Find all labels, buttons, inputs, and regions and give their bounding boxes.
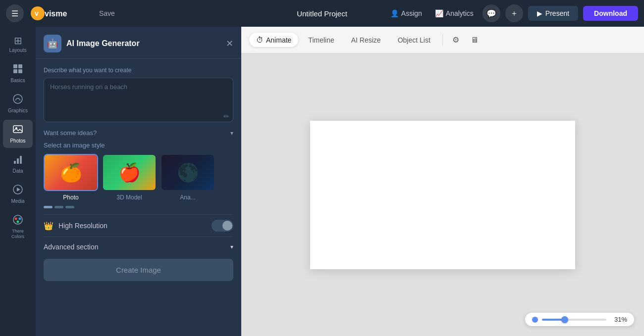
plus-icon: ＋: [510, 8, 518, 19]
svg-rect-3: [13, 64, 17, 68]
scroll-dot-3: [65, 206, 74, 208]
want-ideas-toggle[interactable]: Want some ideas? ▾: [44, 124, 233, 142]
zoom-control: 31%: [525, 313, 634, 326]
zoom-value: 31%: [610, 316, 627, 323]
sidebar-item-data[interactable]: Data: [3, 150, 33, 178]
svg-point-18: [17, 221, 19, 223]
tab-object-list[interactable]: Object List: [391, 33, 437, 47]
comment-icon: 💬: [486, 9, 496, 18]
hamburger-icon: ☰: [11, 9, 18, 18]
svg-rect-8: [13, 126, 22, 133]
style-grid: 🍊 Photo 🍎 3D Model 🌑 Ana...: [44, 154, 233, 203]
settings-button[interactable]: ⚙: [448, 32, 464, 48]
zoom-dot: [532, 317, 538, 323]
chevron-down-icon: ▾: [230, 130, 233, 137]
prompt-input[interactable]: [44, 78, 233, 122]
zoom-slider[interactable]: [542, 319, 606, 321]
present-button[interactable]: ▶ Present: [528, 6, 578, 21]
svg-rect-6: [18, 69, 22, 73]
download-button[interactable]: Download: [583, 6, 638, 21]
add-button[interactable]: ＋: [505, 4, 523, 22]
toggle-knob: [222, 221, 232, 231]
style-item-3d-model[interactable]: 🍎 3D Model: [102, 154, 157, 201]
theme-colors-icon: [12, 214, 23, 227]
canvas-area: ⏱ Animate Timeline AI Resize Object List…: [241, 27, 644, 336]
menu-button[interactable]: ☰: [6, 4, 24, 22]
style-thumb-analog: 🌑: [161, 154, 215, 191]
photos-icon: [12, 124, 23, 136]
style-thumb-photo: 🍊: [44, 154, 98, 191]
gear-icon: ⚙: [452, 35, 459, 45]
crown-icon: 👑: [44, 221, 54, 231]
sidebar-item-graphics[interactable]: Graphics: [3, 90, 33, 118]
style-thumb-3d: 🍎: [102, 154, 157, 191]
comment-button[interactable]: 💬: [483, 4, 500, 22]
create-image-button[interactable]: Create Image: [44, 259, 233, 281]
advanced-section-toggle[interactable]: Advanced section ▾: [44, 237, 233, 257]
svg-text:visme: visme: [45, 9, 67, 18]
zoom-thumb: [561, 316, 568, 323]
svg-rect-12: [20, 156, 22, 164]
svg-rect-4: [18, 64, 22, 68]
layouts-icon: ⊞: [14, 36, 22, 46]
edit-icon: ✏: [223, 112, 229, 120]
svg-point-16: [15, 218, 17, 220]
left-sidebar: ⊞ Layouts Basics Graphics: [0, 27, 36, 336]
save-button[interactable]: Save: [99, 9, 115, 17]
scroll-indicator: [44, 203, 233, 214]
ai-robot-icon: 🤖: [47, 38, 58, 49]
style-select-label: Select an image style: [44, 142, 233, 149]
prompt-wrapper: ✏: [44, 78, 233, 124]
screen-icon: 🖥: [471, 36, 479, 45]
panel-body: Describe what you want to create ✏ Want …: [36, 59, 241, 336]
assign-icon: 👤: [390, 9, 399, 17]
data-icon: [12, 154, 23, 166]
sidebar-item-photos[interactable]: Photos: [3, 120, 33, 148]
panel-title: AI Image Generator: [66, 39, 221, 48]
play-icon: ▶: [537, 9, 542, 17]
sidebar-item-basics[interactable]: Basics: [3, 59, 33, 88]
toolbar-separator: [442, 34, 443, 46]
graphics-icon: [12, 94, 23, 106]
high-resolution-row: 👑 High Resolution: [44, 214, 233, 237]
svg-rect-11: [17, 158, 19, 164]
canvas-container: 31%: [241, 53, 644, 336]
ai-image-panel: 🤖 AI Image Generator ✕ Describe what you…: [36, 27, 241, 336]
svg-rect-5: [13, 69, 17, 73]
panel-header: 🤖 AI Image Generator ✕: [36, 27, 241, 59]
svg-rect-10: [14, 161, 16, 164]
tab-ai-resize[interactable]: AI Resize: [344, 33, 388, 47]
svg-marker-14: [17, 188, 20, 192]
svg-point-17: [19, 218, 21, 220]
screen-button[interactable]: 🖥: [467, 32, 483, 48]
panel-header-icon: 🤖: [44, 35, 61, 52]
svg-text:v: v: [35, 9, 39, 17]
high-resolution-toggle[interactable]: [212, 220, 233, 232]
basics-icon: [12, 63, 23, 76]
tab-timeline[interactable]: Timeline: [301, 33, 341, 47]
tab-animate[interactable]: ⏱ Animate: [249, 33, 298, 47]
logo: v visme: [30, 5, 89, 21]
visme-logo-svg: v visme: [30, 5, 89, 21]
canvas-slide[interactable]: [310, 121, 575, 269]
high-resolution-label: High Resolution: [58, 222, 207, 230]
topbar: ☰ v visme Save Untitled Project 👤 Assign…: [0, 0, 644, 27]
analytics-icon: 📈: [435, 9, 443, 17]
sidebar-item-theme-colors[interactable]: There Colors: [3, 210, 33, 243]
scroll-dot-1: [44, 206, 53, 208]
topbar-right: 👤 Assign 📈 Analytics 💬 ＋ ▶ Present Downl…: [386, 4, 638, 22]
sidebar-item-media[interactable]: Media: [3, 180, 33, 208]
style-item-photo[interactable]: 🍊 Photo: [44, 154, 98, 201]
scroll-dot-2: [54, 206, 63, 208]
animate-icon: ⏱: [256, 36, 264, 44]
media-icon: [12, 184, 23, 196]
sidebar-item-layouts[interactable]: ⊞ Layouts: [3, 32, 33, 57]
main-layout: ⊞ Layouts Basics Graphics: [0, 27, 644, 336]
describe-label: Describe what you want to create: [44, 67, 233, 74]
style-item-analog[interactable]: 🌑 Ana...: [161, 154, 215, 201]
close-button[interactable]: ✕: [226, 38, 233, 49]
analytics-button[interactable]: 📈 Analytics: [431, 7, 478, 19]
editor-toolbar: ⏱ Animate Timeline AI Resize Object List…: [241, 27, 644, 53]
assign-button[interactable]: 👤 Assign: [386, 7, 426, 19]
svg-point-7: [13, 95, 22, 103]
